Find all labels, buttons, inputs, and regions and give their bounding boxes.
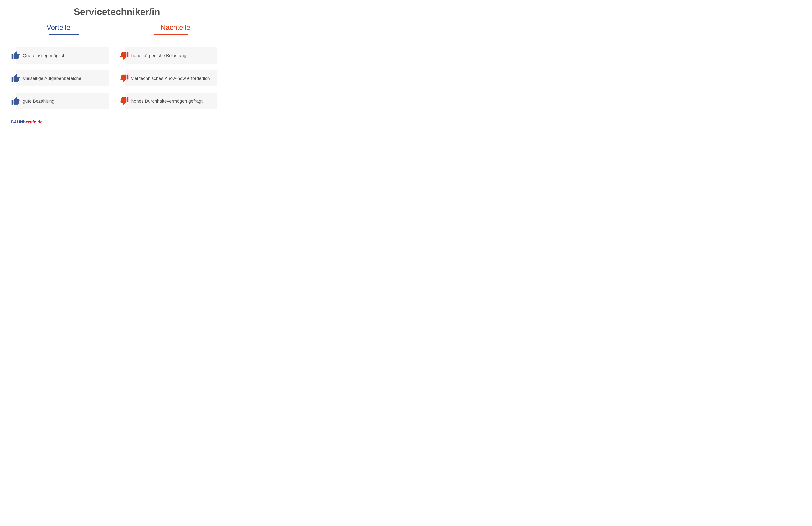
thumb-down-icon [119,50,129,60]
underline-vorteile [49,34,79,35]
pro-item-text: gute Bezahlung [23,98,54,104]
thumb-up-icon [11,96,20,106]
pro-item: Vielseitige Aufgabenbereiche [16,70,109,86]
page-title: Servicetechniker/in [0,6,234,17]
brand-part-2: berufe.de [23,119,43,125]
brand-part-1: BAHN [11,119,23,125]
con-item: viel technisches Know-how erforderlich [125,70,217,86]
pro-item-text: Quereinstieg möglich [23,53,66,58]
con-item: hohes Durchhaltevermögen gefragt [125,93,217,109]
brand-logo: BAHNberufe.de [11,119,43,125]
thumb-down-icon [119,73,129,83]
pro-item: gute Bezahlung [16,93,109,109]
pro-item-text: Vielseitige Aufgabenbereiche [23,75,81,81]
con-item-text: viel technisches Know-how erforderlich [131,75,210,81]
thumb-up-icon [11,73,20,83]
underline-nachteile [154,34,188,35]
heading-vorteile: Vorteile [0,24,117,31]
con-item-text: hohe körperliche Belastung [131,53,186,58]
thumb-down-icon [119,96,129,106]
con-item: hohe körperliche Belastung [125,47,217,64]
infographic-canvas: Servicetechniker/in Vorteile Nachteile Q… [0,0,234,132]
pro-item: Quereinstieg möglich [16,47,109,64]
thumb-up-icon [11,50,20,60]
con-item-text: hohes Durchhaltevermögen gefragt [131,98,203,104]
heading-nachteile: Nachteile [117,24,234,31]
center-divider [117,44,117,112]
